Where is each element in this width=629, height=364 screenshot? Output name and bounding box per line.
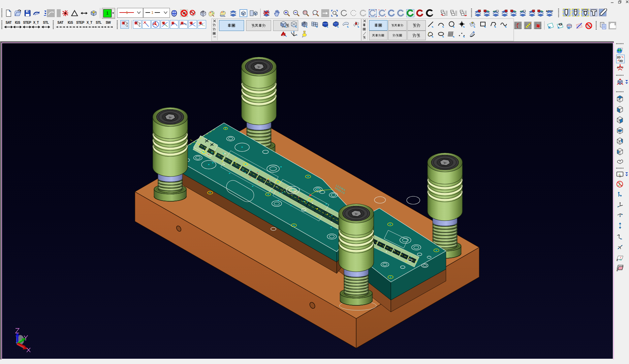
svg-text:3D: 3D: [619, 59, 623, 63]
svg-text:1: 1: [151, 11, 153, 14]
svg-text:2D: 2D: [617, 56, 621, 59]
svg-text:1: 1: [126, 11, 128, 14]
svg-text:z: z: [616, 258, 618, 262]
svg-text:z: z: [616, 268, 618, 272]
